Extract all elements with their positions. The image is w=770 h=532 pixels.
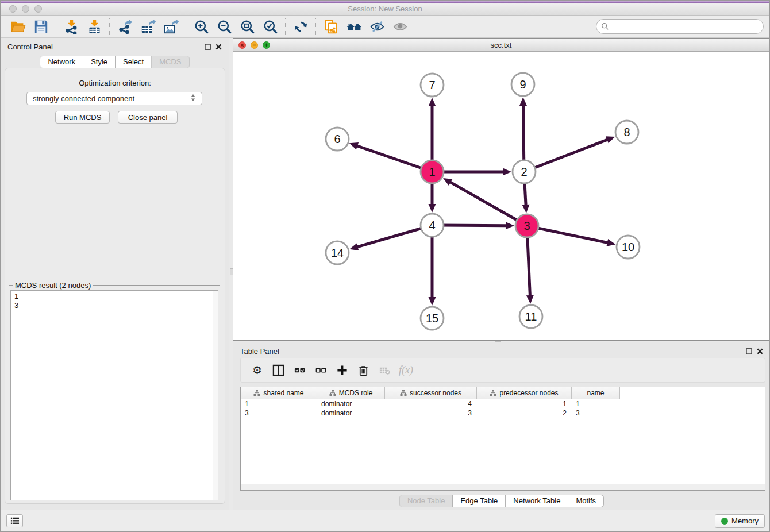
graph-node-label-1: 1: [429, 165, 435, 178]
select-stepper-icon: [190, 94, 196, 102]
delete-table-button[interactable]: [374, 361, 395, 380]
result-line: 3: [14, 301, 214, 310]
toolbar-separator: [186, 18, 186, 35]
graph-edge-3-1[interactable]: [449, 182, 527, 226]
control-panel: Control Panel NetworkStyleSelectMCDS Opt…: [1, 38, 229, 510]
clone-network-button[interactable]: [319, 17, 342, 36]
mcds-result-group: MCDS result (2 nodes) 13: [9, 285, 220, 502]
table-horizontal-scrollbar[interactable]: [241, 484, 765, 490]
optimization-criterion-label: Optimization criterion:: [5, 79, 225, 87]
gear-icon: ⚙: [252, 365, 262, 376]
column-header-name[interactable]: name: [572, 387, 620, 399]
search-field[interactable]: [596, 19, 764, 34]
graph-node-label-4: 4: [429, 219, 435, 232]
hide-graphics-details-button[interactable]: [365, 17, 388, 36]
columns-icon: [272, 364, 284, 376]
show-columns-button[interactable]: [268, 361, 289, 380]
table-tabs: Node TableEdge TableNetwork TableMotifs: [233, 495, 770, 507]
run-mcds-button[interactable]: Run MCDS: [55, 111, 110, 124]
graph-node-label-2: 2: [521, 165, 527, 178]
mcds-result-textarea[interactable]: 13: [10, 290, 218, 500]
column-header-predecessor-nodes[interactable]: predecessor nodes: [477, 387, 572, 399]
table-cell: dominator: [317, 409, 385, 417]
zoom-in-button[interactable]: [190, 17, 213, 36]
apply-function-button[interactable]: f(x): [395, 361, 417, 380]
houses-icon: [346, 19, 362, 34]
criterion-select[interactable]: strongly connected component: [26, 92, 202, 105]
task-history-button[interactable]: [6, 514, 23, 527]
main-toolbar: [1, 16, 769, 38]
zoom-out-button[interactable]: [213, 17, 236, 36]
column-sort-icon: [490, 390, 496, 396]
select-all-button[interactable]: [289, 361, 310, 380]
search-input[interactable]: [612, 22, 759, 31]
table-cell: 3: [572, 409, 620, 417]
export-network-button[interactable]: [113, 17, 136, 36]
export-table-icon: [140, 19, 156, 34]
float-panel-icon[interactable]: [205, 44, 211, 50]
tab-mcds[interactable]: MCDS: [151, 56, 189, 68]
control-panel-header: Control Panel: [1, 38, 229, 55]
mcds-result-title: MCDS result (2 nodes): [13, 281, 93, 290]
zoom-selected-button[interactable]: [259, 17, 282, 36]
column-header-MCDS-role[interactable]: MCDS role: [317, 387, 385, 399]
mcds-tab-content: Optimization criterion: strongly connect…: [5, 68, 225, 504]
graph-edge-arrowhead: [519, 97, 527, 106]
clone-network-icon: [324, 19, 339, 34]
table-toolbar: ⚙: [240, 358, 765, 383]
graph-node-label-14: 14: [331, 246, 344, 259]
tab-select[interactable]: Select: [115, 56, 152, 68]
table-cell: 3: [385, 409, 477, 417]
home-networks-button[interactable]: [342, 17, 365, 36]
import-table-button[interactable]: [83, 17, 106, 36]
close-panel-button[interactable]: Close panel: [118, 111, 178, 124]
status-bar: Memory: [1, 510, 769, 531]
network-window-titlebar: scc.txt: [233, 39, 769, 52]
export-image-icon: [163, 19, 179, 34]
result-line: 1: [14, 292, 214, 301]
tab-edge-table[interactable]: Edge Table: [452, 495, 506, 507]
delete-row-button[interactable]: [353, 361, 374, 380]
main-titlebar: Session: New Session: [1, 3, 769, 16]
checked-boxes-icon: [294, 364, 306, 376]
function-icon: f(x): [399, 364, 413, 376]
float-panel-icon[interactable]: [746, 348, 752, 354]
graph-edge-arrowhead: [429, 98, 436, 106]
unselect-all-button[interactable]: [310, 361, 332, 380]
column-header-shared-name[interactable]: shared name: [241, 387, 317, 399]
table-row[interactable]: 3dominator323: [241, 408, 765, 418]
memory-status-dot: [721, 518, 728, 525]
refresh-view-button[interactable]: [289, 17, 312, 36]
tab-motifs[interactable]: Motifs: [568, 495, 604, 507]
table-settings-button[interactable]: ⚙: [247, 361, 268, 380]
open-session-button[interactable]: [6, 17, 29, 36]
tab-style[interactable]: Style: [83, 56, 116, 68]
show-graphics-details-button[interactable]: [388, 17, 411, 36]
memory-button[interactable]: Memory: [715, 514, 765, 528]
add-row-button[interactable]: [332, 361, 353, 380]
tab-network[interactable]: Network: [40, 56, 83, 68]
plus-icon: [336, 364, 348, 376]
close-panel-icon[interactable]: [215, 44, 222, 50]
table-panel-title: Table Panel: [240, 347, 279, 356]
export-image-button[interactable]: [159, 17, 182, 36]
column-header-successor-nodes[interactable]: successor nodes: [385, 387, 477, 399]
zoom-fit-button[interactable]: [236, 17, 259, 36]
import-network-button[interactable]: [60, 17, 83, 36]
network-canvas[interactable]: 7968124314101511: [233, 52, 769, 340]
result-scrollbar[interactable]: [213, 291, 218, 500]
graph-edge-2-8[interactable]: [524, 140, 608, 172]
tab-node-table[interactable]: Node Table: [399, 495, 453, 507]
table-cell: 1: [572, 400, 620, 408]
save-disk-icon: [33, 19, 49, 34]
save-session-button[interactable]: [29, 17, 52, 36]
graph-node-label-9: 9: [519, 78, 526, 91]
graph-edge-3-10[interactable]: [527, 226, 609, 243]
graph-node-label-8: 8: [623, 126, 630, 138]
table-cell: 1: [241, 400, 317, 408]
close-panel-icon[interactable]: [757, 348, 763, 354]
table-row[interactable]: 1dominator411: [241, 399, 765, 408]
tab-network-table[interactable]: Network Table: [505, 495, 568, 507]
export-table-button[interactable]: [136, 17, 159, 36]
table-header-columns: shared nameMCDS rolesuccessor nodesprede…: [241, 387, 620, 399]
